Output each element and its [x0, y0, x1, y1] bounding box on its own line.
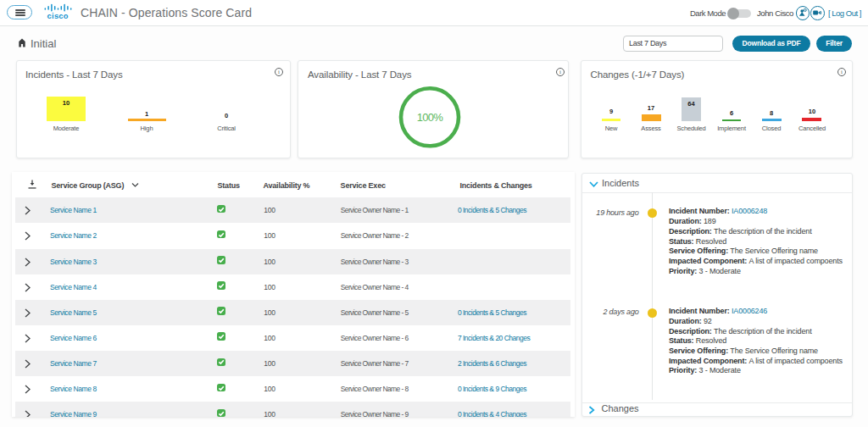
- svg-text:cisco: cisco: [47, 12, 69, 20]
- svg-text:100%: 100%: [417, 111, 444, 124]
